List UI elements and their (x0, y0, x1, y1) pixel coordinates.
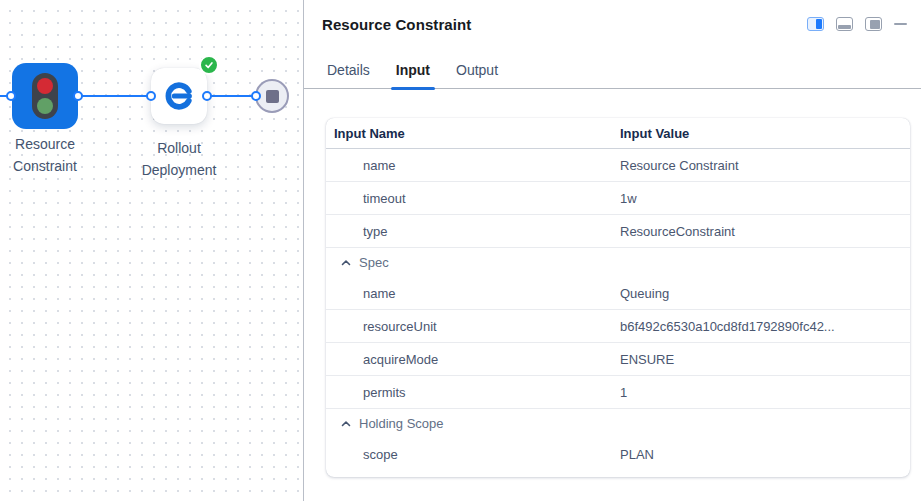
tab-output[interactable]: Output (456, 62, 498, 88)
connector-dot[interactable] (6, 91, 16, 101)
input-name-cell: name (326, 158, 620, 173)
layout-bottom-button[interactable] (836, 17, 853, 31)
traffic-light-green (37, 98, 53, 114)
table-group-row[interactable]: Holding Scope (326, 409, 910, 438)
table-row: acquireModeENSURE (326, 343, 910, 376)
node-label-resource-constraint: Resource Constraint (0, 133, 93, 177)
rollout-icon (164, 81, 194, 111)
table-row: permits1 (326, 376, 910, 409)
workflow-canvas[interactable]: Resource Constraint Rollout Deployment (0, 0, 303, 501)
tab-input[interactable]: Input (396, 62, 430, 88)
input-table-body: nameResource Constrainttimeout1wtypeReso… (326, 149, 910, 471)
tab-content: Input Name Input Value nameResource Cons… (304, 90, 921, 501)
table-row: scopePLAN (326, 438, 910, 471)
table-group-row[interactable]: Spec (326, 248, 910, 277)
node-rollout-deployment[interactable] (151, 68, 207, 124)
input-value-cell: Resource Constraint (620, 158, 910, 173)
input-value-cell: b6f492c6530a10cd8fd1792890fc42... (620, 319, 910, 334)
tab-details[interactable]: Details (327, 62, 370, 88)
input-name-cell: timeout (326, 191, 620, 206)
panel-title: Resource Constraint (322, 16, 471, 33)
input-value-cell: 1 (620, 385, 910, 400)
node-resource-constraint[interactable] (12, 63, 78, 129)
input-value-cell: PLAN (620, 447, 910, 462)
input-value-cell: ENSURE (620, 352, 910, 367)
input-name-cell: scope (326, 447, 620, 462)
success-check-icon (199, 55, 219, 75)
group-label: Holding Scope (359, 416, 444, 431)
table-header-row: Input Name Input Value (326, 118, 910, 149)
column-input-value: Input Value (620, 126, 910, 141)
traffic-light-icon (32, 73, 58, 119)
connector-dot[interactable] (73, 91, 83, 101)
input-name-cell: acquireMode (326, 352, 620, 367)
node-label-rollout-deployment: Rollout Deployment (131, 137, 227, 181)
table-row: nameQueuing (326, 277, 910, 310)
window-controls (807, 17, 907, 31)
input-name-cell: name (326, 286, 620, 301)
layout-split-right-button[interactable] (807, 17, 824, 31)
stop-icon (266, 90, 279, 103)
workflow-editor-screen: Resource Constraint Rollout Deployment R… (0, 0, 921, 501)
connector-dot[interactable] (146, 91, 156, 101)
input-table: Input Name Input Value nameResource Cons… (326, 118, 910, 477)
minimize-button[interactable] (894, 23, 907, 26)
table-row: resourceUnitb6f492c6530a10cd8fd1792890fc… (326, 310, 910, 343)
input-value-cell: ResourceConstraint (620, 224, 910, 239)
chevron-up-icon[interactable] (340, 257, 352, 269)
details-panel: Resource Constraint Details Input Output… (304, 0, 921, 501)
input-name-cell: type (326, 224, 620, 239)
panel-divider (303, 0, 304, 501)
chevron-up-icon[interactable] (340, 418, 352, 430)
table-row: typeResourceConstraint (326, 215, 910, 248)
input-name-cell: resourceUnit (326, 319, 620, 334)
input-name-cell: permits (326, 385, 620, 400)
input-value-cell: Queuing (620, 286, 910, 301)
table-row: nameResource Constraint (326, 149, 910, 182)
connector-dot[interactable] (251, 91, 261, 101)
column-input-name: Input Name (326, 126, 620, 141)
tab-bar: Details Input Output (304, 62, 921, 89)
connector-dot[interactable] (202, 91, 212, 101)
traffic-light-red (37, 78, 53, 94)
layout-modal-button[interactable] (865, 17, 882, 31)
group-label: Spec (359, 255, 389, 270)
input-value-cell: 1w (620, 191, 910, 206)
table-row: timeout1w (326, 182, 910, 215)
panel-header: Resource Constraint (304, 0, 921, 48)
